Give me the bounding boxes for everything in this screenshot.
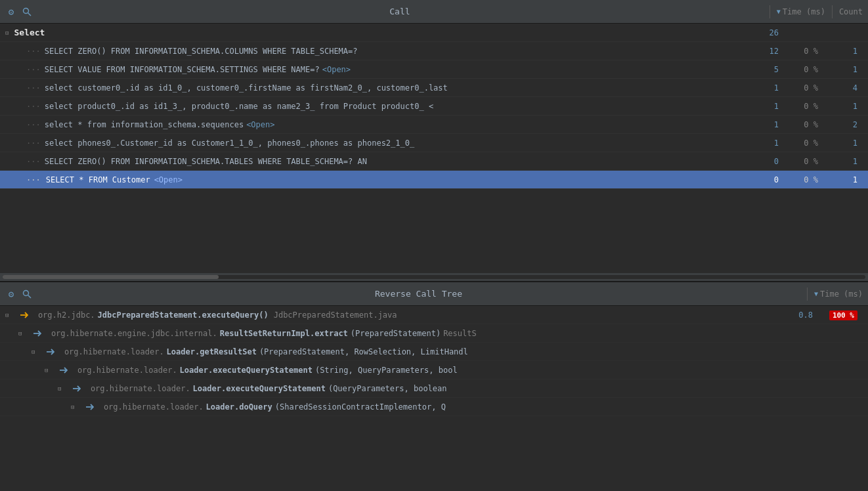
cell-count: 4 [823, 83, 863, 93]
scrollbar-thumb[interactable] [3, 275, 219, 279]
scrollbar-area[interactable] [0, 273, 868, 281]
method-prefix: org.hibernate.engine.jdbc.internal. [51, 329, 217, 338]
svg-line-3 [28, 295, 32, 298]
method-params: (QueryParameters, boolean [328, 384, 447, 393]
call-text: select phones0_.Customer_id as Customer1… [45, 139, 415, 148]
top-toolbar: ⚙ Call ▼ Time (ms) Count [0, 0, 868, 24]
svg-line-1 [28, 12, 32, 16]
bottom-toolbar-title: Reverse Call Tree [37, 289, 800, 299]
cell-time: 1 [745, 83, 784, 93]
cell-count: 1 [823, 65, 863, 74]
table-row[interactable]: ··· select product0_.id as id1_3_, produ… [0, 97, 868, 116]
cell-time: 1 [745, 102, 784, 111]
bottom-search-icon[interactable] [21, 288, 33, 300]
settings-icon[interactable]: ⚙ [5, 6, 17, 18]
tree-line: ··· [26, 102, 41, 111]
cell-time: 0 [745, 175, 784, 184]
divider [770, 5, 770, 18]
bottom-table-row[interactable]: ⊟ org.h2.jdbc.JdbcPreparedStatement.exec… [0, 306, 868, 324]
cell-pct: 0 % [784, 157, 823, 166]
cell-count: 1 [823, 175, 863, 184]
bottom-table-row[interactable]: ⊟ org.hibernate.engine.jdbc.internal.Res… [0, 324, 868, 343]
cell-time: 0 [745, 157, 784, 166]
method-bold: ResultSetReturnImpl.extract [220, 329, 348, 338]
svg-point-0 [24, 8, 29, 13]
bottom-divider [807, 288, 808, 301]
top-panel: ⚙ Call ▼ Time (ms) Count ⊟ Select 26 [0, 0, 868, 282]
bottom-call-cell: ⊟ org.hibernate.engine.jdbc.internal.Res… [5, 329, 764, 338]
method-params: (SharedSessionContractImplementor, Q [275, 402, 446, 412]
bottom-table-row[interactable]: ⊟ org.hibernate.loader.Loader.executeQue… [0, 379, 868, 398]
call-arrow-icon [58, 366, 68, 375]
open-link[interactable]: <Open> [246, 120, 274, 129]
method-params: (PreparedStatement) [351, 329, 441, 338]
tree-line: ··· [26, 65, 41, 74]
table-row[interactable]: ··· select * from information_schema.seq… [0, 116, 868, 134]
table-row[interactable]: ··· SELECT ZERO() FROM INFORMATION_SCHEM… [0, 152, 868, 171]
bottom-table-body: ⊟ org.h2.jdbc.JdbcPreparedStatement.exec… [0, 306, 868, 491]
call-arrow-icon [32, 329, 41, 338]
table-row[interactable]: ··· select phones0_.Customer_id as Custo… [0, 134, 868, 152]
call-arrow-icon [72, 384, 81, 393]
cell-pct: 0 % [784, 83, 823, 93]
method-bold: Loader.executeQueryStatement [193, 384, 326, 393]
bottom-table-row[interactable]: ⊟ org.hibernate.loader.Loader.getResultS… [0, 343, 868, 361]
cell-time: 12 [745, 47, 784, 56]
method-bold: Loader.getResultSet [167, 347, 257, 356]
cell-pct: 0 % [784, 65, 823, 74]
tree-line: ··· [26, 47, 41, 56]
table-row[interactable]: ⊟ Select 26 [0, 24, 868, 42]
bottom-call-cell: ⊟ org.hibernate.loader.Loader.doQuery(Sh… [5, 402, 764, 412]
cell-pct: 0 % [784, 47, 823, 56]
bottom-toolbar: ⚙ Reverse Call Tree ▼ Time (ms) [0, 282, 868, 306]
percent-badge: 100 % [829, 310, 857, 320]
bottom-table-row[interactable]: ⊟ org.hibernate.loader.Loader.executeQue… [0, 361, 868, 379]
bottom-settings-icon[interactable]: ⚙ [5, 288, 17, 300]
expand-icon[interactable]: ⊟ [18, 330, 22, 337]
expand-icon[interactable]: ⊟ [5, 30, 9, 36]
cell-count: 1 [823, 157, 863, 166]
call-text: select * from information_schema.sequenc… [45, 120, 244, 129]
count-header-label: Count [839, 7, 863, 16]
bottom-time-label: Time (ms) [820, 289, 863, 299]
open-link[interactable]: <Open> [154, 175, 183, 184]
table-row[interactable]: ··· select customer0_.id as id1_0_, cust… [0, 79, 868, 97]
method-params: (String, QueryParameters, bool [315, 366, 458, 375]
open-link[interactable]: <Open> [322, 65, 351, 74]
method-prefix: org.hibernate.loader. [64, 347, 164, 356]
bottom-badge: 100 % [817, 310, 863, 320]
bottom-call-cell: ⊟ org.hibernate.loader.Loader.getResultS… [5, 347, 764, 356]
bottom-panel: ⚙ Reverse Call Tree ▼ Time (ms) ⊟ [0, 282, 868, 491]
table-row[interactable]: ··· SELECT VALUE FROM INFORMATION_SCHEMA… [0, 60, 868, 79]
expand-icon[interactable]: ⊟ [32, 349, 35, 355]
cell-count: 1 [823, 47, 863, 56]
top-toolbar-title: Call [37, 7, 763, 16]
expand-icon[interactable]: ⊟ [71, 404, 74, 410]
cell-pct: 0 % [784, 120, 823, 129]
bottom-table-row[interactable]: ⊟ org.hibernate.loader.Loader.doQuery(Sh… [0, 398, 868, 416]
cell-pct: 0 % [784, 139, 823, 148]
expand-icon[interactable]: ⊟ [58, 385, 61, 392]
tree-line: ··· [26, 139, 41, 148]
call-arrow-icon [45, 347, 54, 356]
svg-point-2 [24, 290, 29, 295]
cell-time: 1 [745, 139, 784, 148]
method-params: (PreparedStatement, RowSelection, LimitH… [259, 347, 468, 356]
method-bold: JdbcPreparedStatement.executeQuery() [98, 310, 269, 320]
bottom-sort-arrow: ▼ [814, 290, 818, 297]
method-suffix: ResultS [443, 329, 477, 338]
search-icon[interactable] [21, 6, 33, 18]
bottom-call-cell: ⊟ org.hibernate.loader.Loader.executeQue… [5, 384, 764, 393]
expand-icon[interactable]: ⊟ [5, 312, 9, 318]
bottom-time: 0.8 [764, 310, 817, 320]
table-row[interactable]: ··· SELECT ZERO() FROM INFORMATION_SCHEM… [0, 42, 868, 60]
method-bold: Loader.doQuery [206, 402, 272, 412]
method-bold: Loader.executeQueryStatement [180, 366, 313, 375]
cell-time: 5 [745, 65, 784, 74]
table-row-selected[interactable]: ··· SELECT * FROM Customer <Open> 0 0 % … [0, 171, 868, 189]
cell-pct: 0 % [784, 102, 823, 111]
bottom-call-cell: ⊟ org.h2.jdbc.JdbcPreparedStatement.exec… [5, 310, 764, 320]
cell-count: 1 [823, 139, 863, 148]
call-text: SELECT VALUE FROM INFORMATION_SCHEMA.SET… [45, 65, 320, 74]
expand-icon[interactable]: ⊟ [45, 367, 48, 374]
